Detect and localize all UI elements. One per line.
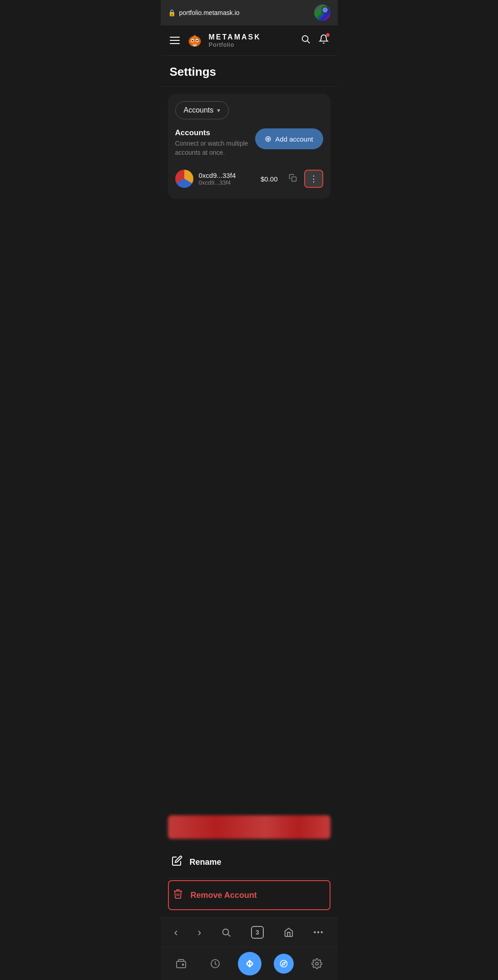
logo-container: METAMASK Portfolio bbox=[185, 31, 261, 50]
url-text: portfolio.metamask.io bbox=[179, 9, 240, 16]
header-right bbox=[301, 34, 329, 47]
remove-icon bbox=[173, 888, 183, 902]
copy-address-button[interactable] bbox=[287, 172, 299, 186]
add-account-label: Add account bbox=[275, 135, 313, 143]
swap-app-button[interactable] bbox=[238, 952, 261, 975]
account-info: 0xcd9...33f4 0xcd9...33f4 bbox=[199, 172, 255, 186]
logo-title: METAMASK bbox=[209, 33, 261, 41]
remove-account-menu-item[interactable]: Remove Account bbox=[168, 880, 330, 910]
rename-menu-item[interactable]: Rename bbox=[168, 848, 330, 876]
svg-rect-15 bbox=[291, 177, 296, 181]
notification-icon[interactable] bbox=[319, 34, 329, 47]
svg-point-19 bbox=[182, 964, 183, 965]
account-name: 0xcd9...33f4 bbox=[199, 172, 255, 179]
home-button[interactable] bbox=[278, 925, 299, 940]
blurred-address bbox=[168, 815, 330, 839]
browser-avatar[interactable] bbox=[314, 5, 330, 21]
svg-point-13 bbox=[302, 36, 308, 42]
svg-rect-18 bbox=[177, 961, 186, 968]
svg-point-24 bbox=[316, 962, 318, 965]
accounts-section-description: Connect or watch multiple accounts at on… bbox=[175, 139, 250, 157]
header-left: METAMASK Portfolio bbox=[170, 31, 261, 50]
settings-card: Accounts ▾ Accounts Connect or watch mul… bbox=[168, 94, 330, 199]
explore-app-button[interactable] bbox=[274, 954, 294, 974]
app-header: METAMASK Portfolio bbox=[161, 25, 338, 56]
svg-point-16 bbox=[223, 929, 229, 935]
browser-controls: ‹ › 3 ••• bbox=[161, 918, 338, 947]
accounts-section-info: Accounts Connect or watch multiple accou… bbox=[175, 128, 250, 157]
account-row: 0xcd9...33f4 0xcd9...33f4 $0.00 ⋮ bbox=[175, 166, 323, 191]
tabs-button[interactable]: 3 bbox=[246, 923, 269, 941]
search-icon[interactable] bbox=[301, 34, 311, 47]
context-menu-section: Rename Remove Account bbox=[161, 808, 338, 917]
metamask-fox-icon bbox=[185, 31, 204, 50]
settings-app-button[interactable] bbox=[306, 956, 328, 972]
rename-label: Rename bbox=[190, 858, 222, 867]
bottom-navigation: ‹ › 3 ••• bbox=[161, 917, 338, 980]
accounts-dropdown-label: Accounts bbox=[184, 106, 214, 114]
wallet-app-button[interactable] bbox=[170, 956, 192, 972]
page-title: Settings bbox=[170, 65, 329, 79]
browser-url: 🔒 portfolio.metamask.io bbox=[168, 9, 310, 16]
svg-line-14 bbox=[307, 41, 310, 43]
add-icon: ⊕ bbox=[265, 134, 271, 144]
remove-account-label: Remove Account bbox=[191, 891, 257, 900]
svg-point-8 bbox=[192, 40, 193, 41]
logo-subtitle: Portfolio bbox=[209, 41, 261, 48]
chevron-down-icon: ▾ bbox=[217, 107, 220, 114]
settings-title-section: Settings bbox=[161, 56, 338, 87]
svg-point-9 bbox=[196, 40, 197, 41]
more-options-button[interactable]: ⋮ bbox=[304, 170, 323, 188]
svg-marker-23 bbox=[282, 962, 286, 965]
tabs-counter: 3 bbox=[251, 926, 264, 939]
browser-search-button[interactable] bbox=[216, 925, 237, 940]
accounts-section-title: Accounts bbox=[175, 128, 250, 137]
account-avatar bbox=[175, 170, 193, 188]
menu-divider bbox=[168, 878, 330, 878]
forward-button[interactable]: › bbox=[192, 923, 207, 941]
account-balance: $0.00 bbox=[261, 175, 278, 183]
back-button[interactable]: ‹ bbox=[168, 923, 183, 941]
history-app-button[interactable] bbox=[204, 956, 226, 972]
main-content: Accounts ▾ Accounts Connect or watch mul… bbox=[161, 87, 338, 808]
accounts-section-header: Accounts Connect or watch multiple accou… bbox=[175, 128, 323, 157]
add-account-button[interactable]: ⊕ Add account bbox=[255, 128, 323, 149]
lock-icon: 🔒 bbox=[168, 9, 176, 16]
notification-dot bbox=[326, 33, 330, 37]
svg-line-17 bbox=[228, 934, 230, 936]
svg-point-22 bbox=[281, 960, 287, 967]
account-address: 0xcd9...33f4 bbox=[199, 179, 255, 186]
logo-text: METAMASK Portfolio bbox=[209, 33, 261, 48]
browser-more-button[interactable]: ••• bbox=[308, 926, 330, 939]
browser-bar: 🔒 portfolio.metamask.io bbox=[161, 0, 338, 25]
rename-icon bbox=[172, 855, 182, 869]
hamburger-menu[interactable] bbox=[170, 37, 180, 44]
more-icon: ⋮ bbox=[310, 174, 318, 184]
app-bottom-bar bbox=[161, 947, 338, 980]
accounts-dropdown[interactable]: Accounts ▾ bbox=[175, 101, 229, 119]
